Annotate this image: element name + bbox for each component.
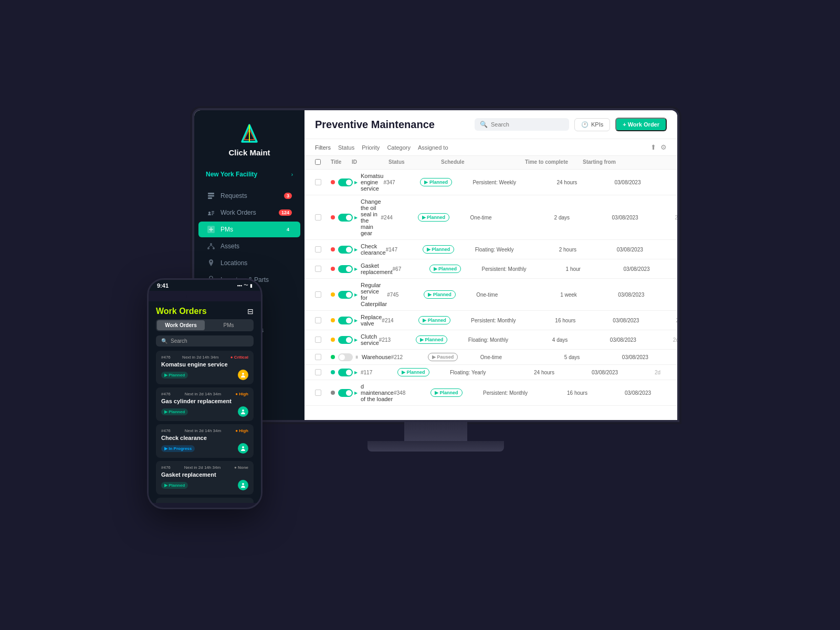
- row-status-8: ▶ Planned: [397, 368, 450, 376]
- row-status-6: ▶ Planned: [416, 335, 468, 344]
- toggle-6[interactable]: [338, 336, 353, 344]
- phone-item-status-1: ▶ Planned: [161, 408, 188, 415]
- search-box[interactable]: 🔍: [475, 118, 569, 131]
- row-checkbox-9[interactable]: [315, 390, 331, 396]
- phone-list-item[interactable]: #476 Next in 2d 14h 34m ● Medium Regular…: [156, 498, 254, 503]
- row-date-3: 03/08/2023: [624, 266, 677, 272]
- svg-rect-7: [212, 211, 214, 212]
- phone-tab-pms[interactable]: PMs: [205, 320, 253, 330]
- toggle-1[interactable]: [338, 214, 353, 222]
- row-title-text-1: Change the oil seal in the main gear: [361, 198, 381, 236]
- toggle-5[interactable]: [338, 317, 353, 324]
- phone-item-next-4: Next in 2d 14h 34m: [182, 502, 218, 503]
- toggle-play-icon-3: ▶: [354, 267, 358, 271]
- sidebar-label-locations: Locations: [220, 259, 247, 267]
- phone-list-item[interactable]: #476 Next in 2d 14h 34m ● Critical Komat…: [156, 351, 254, 384]
- toggle-play-icon-2: ▶: [354, 247, 358, 252]
- phone-item-meta-4: #476 Next in 2d 14h 34m ● Medium: [161, 502, 248, 503]
- row-checkbox-3[interactable]: [315, 266, 331, 272]
- phone-item-title-3: Gasket replacement: [161, 471, 248, 478]
- phone-search[interactable]: 🔍 Search: [156, 335, 254, 346]
- toggle-3[interactable]: [338, 265, 353, 273]
- row-id-9: #348: [394, 390, 430, 396]
- phone-item-next-3: Next in 2d 14h 34m: [184, 465, 220, 470]
- phone-item-bottom-0: ▶ Planned: [161, 370, 248, 380]
- row-title-7: ⏸ Warehouse: [331, 353, 391, 361]
- svg-rect-5: [208, 197, 212, 199]
- phone-tab-work-orders[interactable]: Work Orders: [157, 320, 205, 330]
- phone-filter-icon[interactable]: ⊟: [247, 307, 254, 316]
- row-checkbox-4[interactable]: [315, 291, 331, 298]
- row-schedule-6: Floating: Monthly: [468, 337, 552, 343]
- row-checkbox-7[interactable]: [315, 354, 331, 360]
- svg-rect-9: [212, 214, 213, 215]
- phone-list-item[interactable]: #476 Next in 2d 14h 34m ● None Gasket re…: [156, 461, 254, 495]
- sidebar-item-requests[interactable]: Requests 3: [198, 188, 300, 204]
- row-date-5: 03/08/2023: [613, 318, 676, 323]
- svg-point-13: [213, 247, 215, 249]
- toggle-7[interactable]: [338, 353, 353, 361]
- locations-icon: [207, 259, 215, 267]
- toggle-8[interactable]: [338, 369, 353, 376]
- toggle-0[interactable]: [338, 178, 353, 186]
- kpis-button[interactable]: 🕐 KPIs: [574, 118, 610, 131]
- row-time-2: 2 hours: [559, 247, 617, 253]
- phone-item-bottom-3: ▶ Planned: [161, 480, 248, 490]
- sidebar-item-locations[interactable]: Locations: [198, 255, 300, 271]
- row-checkbox-5[interactable]: [315, 317, 331, 323]
- col-title: Title: [331, 159, 352, 166]
- sidebar-label-pms: PMs: [220, 226, 233, 233]
- clock-icon: 🕐: [581, 121, 589, 128]
- filter-priority[interactable]: Priority: [362, 144, 380, 151]
- row-status-7: ▶ Paused: [428, 353, 480, 361]
- row-title-3: ▶ Gasket replacement: [331, 262, 393, 275]
- phone-list-item[interactable]: #476 Next in 2d 14h 34m ● High Check cle…: [156, 424, 254, 458]
- phone-item-bottom-2: ▶ In Progress: [161, 443, 248, 454]
- priority-indicator-9: [331, 391, 335, 395]
- phone-list-item[interactable]: #476 Next in 2d 14h 34m ● High Gas cylin…: [156, 387, 254, 421]
- scene: Click Maint New York Facility › Requests…: [131, 110, 709, 520]
- row-checkbox-6[interactable]: [315, 337, 331, 343]
- wifi-icon: 〜: [244, 282, 248, 289]
- filter-category[interactable]: Category: [387, 144, 411, 151]
- sidebar-item-pms[interactable]: PMs 4: [198, 222, 300, 237]
- filter-status[interactable]: Status: [338, 144, 354, 151]
- export-icon[interactable]: ⬆: [650, 143, 656, 151]
- row-checkbox-1[interactable]: [315, 214, 331, 220]
- sidebar-item-assets[interactable]: Assets: [198, 238, 300, 254]
- monitor-base: [368, 441, 504, 452]
- toggle-4[interactable]: [338, 291, 353, 299]
- toggle-9[interactable]: [338, 389, 353, 397]
- phone-item-avatar-1: [238, 406, 248, 417]
- facility-selector[interactable]: New York Facility ›: [198, 167, 300, 181]
- row-time-4: 1 week: [560, 292, 618, 298]
- row-overflow-6: 2d: [673, 337, 677, 343]
- new-work-order-button[interactable]: + Work Order: [615, 118, 667, 131]
- filter-bar: Filters Status Priority Category Assigne…: [304, 139, 677, 156]
- row-checkbox-0[interactable]: [315, 179, 331, 185]
- phone-search-placeholder: Search: [171, 338, 187, 344]
- row-title-0: ▶ Komatsu engine service: [331, 173, 383, 192]
- sidebar-item-work-orders[interactable]: Work Orders 124: [198, 205, 300, 220]
- filter-filters[interactable]: Filters: [315, 144, 331, 151]
- search-input[interactable]: [491, 121, 564, 128]
- settings-icon[interactable]: ⚙: [660, 143, 667, 151]
- col-checkbox[interactable]: [315, 159, 331, 166]
- signal-icon: ▪▪▪: [237, 283, 242, 288]
- col-extra: [646, 159, 667, 166]
- svg-point-11: [210, 243, 212, 245]
- priority-indicator-4: [331, 292, 335, 297]
- phone-item-meta-0: #476 Next in 2d 14h 34m ● Critical: [161, 355, 248, 360]
- row-id-7: #212: [391, 354, 428, 360]
- phone-search-icon: 🔍: [161, 338, 167, 344]
- top-bar-actions: 🔍 🕐 KPIs + Work Order: [475, 118, 667, 131]
- row-checkbox-8[interactable]: [315, 369, 331, 375]
- toggle-play-icon-5: ▶: [354, 318, 358, 323]
- table-header: Title ID Status Schedule Time to complet…: [304, 156, 677, 170]
- filter-assigned-to[interactable]: Assigned to: [418, 144, 448, 151]
- row-checkbox-2[interactable]: [315, 246, 331, 253]
- toggle-2[interactable]: [338, 246, 353, 254]
- row-schedule-4: One-time: [476, 292, 560, 298]
- row-overflow-8: 2d: [655, 370, 676, 375]
- svg-point-26: [242, 483, 244, 485]
